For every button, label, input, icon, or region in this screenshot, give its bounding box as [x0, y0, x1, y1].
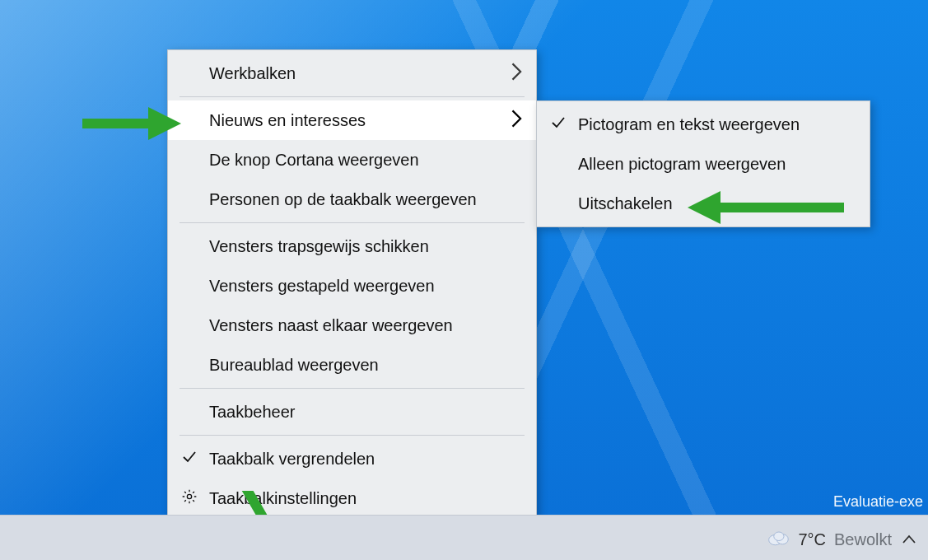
- menu-item-label: Nieuws en interesses: [209, 111, 366, 130]
- chevron-right-icon: [511, 63, 523, 85]
- menu-separator: [180, 222, 525, 223]
- weather-widget[interactable]: 7°C Bewolkt: [767, 530, 892, 550]
- menu-separator: [180, 388, 525, 389]
- annotation-arrow-left-icon: [688, 189, 844, 226]
- cloud-icon: [767, 530, 790, 550]
- menu-item-vensters-gestapeld[interactable]: Vensters gestapeld weergeven: [168, 266, 536, 306]
- svg-point-9: [774, 532, 784, 541]
- menu-item-label: Vensters naast elkaar weergeven: [209, 316, 453, 335]
- taskbar[interactable]: 7°C Bewolkt: [0, 515, 928, 560]
- menu-item-label: Personen op de taakbalk weergeven: [209, 190, 477, 209]
- menu-item-label: Taakbalk vergrendelen: [209, 450, 375, 469]
- taskbar-context-menu: Werkbalken Nieuws en interesses De knop …: [167, 49, 537, 522]
- check-icon: [180, 449, 199, 469]
- svg-marker-2: [148, 107, 181, 140]
- menu-item-label: Pictogram en tekst weergeven: [578, 115, 800, 134]
- menu-separator: [180, 96, 525, 97]
- tray-chevron-up-icon[interactable]: [902, 530, 916, 549]
- weather-temperature: 7°C: [798, 530, 826, 549]
- svg-rect-3: [720, 203, 844, 212]
- check-icon: [548, 114, 568, 135]
- menu-item-bureaublad-weergeven[interactable]: Bureaublad weergeven: [168, 345, 536, 385]
- menu-item-taakbalk-vergrendelen[interactable]: Taakbalk vergrendelen: [168, 439, 536, 478]
- menu-item-label: Vensters gestapeld weergeven: [209, 277, 435, 296]
- svg-marker-4: [688, 191, 720, 224]
- svg-rect-1: [82, 119, 148, 128]
- menu-item-label: Vensters trapsgewijs schikken: [209, 237, 429, 256]
- menu-item-personen[interactable]: Personen op de taakbalk weergeven: [168, 180, 536, 219]
- weather-condition: Bewolkt: [834, 530, 892, 549]
- evaluation-watermark: Evaluatie-exe: [833, 493, 923, 511]
- menu-item-label: Taakbeheer: [209, 403, 296, 422]
- menu-item-label: De knop Cortana weergeven: [209, 151, 419, 170]
- menu-item-taakbeheer[interactable]: Taakbeheer: [168, 392, 536, 432]
- svg-point-0: [187, 494, 191, 498]
- menu-item-cortana[interactable]: De knop Cortana weergeven: [168, 140, 536, 180]
- gear-icon: [180, 488, 199, 509]
- submenu-item-alleen-pictogram[interactable]: Alleen pictogram weergeven: [537, 144, 870, 184]
- menu-item-label: Alleen pictogram weergeven: [578, 155, 786, 174]
- menu-item-label: Uitschakelen: [578, 194, 673, 213]
- menu-separator: [180, 435, 525, 436]
- menu-item-label: Bureaublad weergeven: [209, 356, 379, 375]
- chevron-right-icon: [511, 110, 523, 132]
- menu-item-vensters-naast-elkaar[interactable]: Vensters naast elkaar weergeven: [168, 306, 536, 345]
- menu-item-vensters-trapsgewijs[interactable]: Vensters trapsgewijs schikken: [168, 226, 536, 266]
- menu-item-nieuws-en-interesses[interactable]: Nieuws en interesses: [168, 100, 536, 140]
- system-tray: 7°C Bewolkt: [767, 530, 916, 550]
- menu-item-werkbalken[interactable]: Werkbalken: [168, 54, 536, 93]
- desktop-wallpaper: Werkbalken Nieuws en interesses De knop …: [0, 0, 928, 560]
- menu-item-label: Werkbalken: [209, 64, 296, 83]
- submenu-item-pictogram-en-tekst[interactable]: Pictogram en tekst weergeven: [537, 105, 870, 144]
- annotation-arrow-right-icon: [82, 105, 181, 142]
